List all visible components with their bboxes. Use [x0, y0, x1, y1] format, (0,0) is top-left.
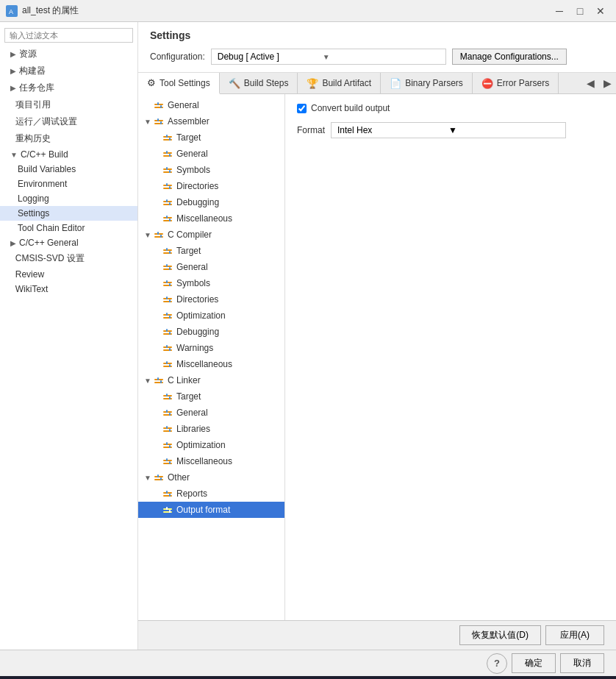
- tree-item-asm-target[interactable]: Target: [138, 129, 284, 146]
- sidebar-item-resources[interactable]: ▶资源: [0, 46, 137, 63]
- sidebar-item-cmsis-svd[interactable]: CMSIS-SVD 设置: [0, 250, 137, 267]
- tree-label: Directories: [176, 181, 218, 191]
- sidebar-item-history[interactable]: 重构历史: [0, 130, 137, 147]
- tab-error-parsers[interactable]: ⛔Error Parsers: [473, 73, 559, 93]
- manage-configurations-button[interactable]: Manage Configurations...: [452, 49, 567, 65]
- tree-item-cl-target[interactable]: Target: [138, 388, 284, 405]
- sidebar-item-build-vars[interactable]: Build Variables: [0, 162, 137, 177]
- tabs-scroll-left-button[interactable]: ◀: [582, 74, 599, 92]
- tree-item-general-top[interactable]: General: [138, 97, 284, 113]
- svg-rect-27: [163, 204, 172, 205]
- bottom-bar: 恢复默认值(D) 应用(A): [138, 620, 616, 650]
- tab-binary-parsers[interactable]: 📄Binary Parsers: [381, 73, 473, 93]
- tab-build-steps[interactable]: 🔨Build Steps: [220, 73, 298, 93]
- tool-icon: [162, 488, 173, 500]
- svg-rect-9: [160, 121, 162, 124]
- tree-item-cc-symbols[interactable]: Symbols: [138, 275, 284, 291]
- chevron-down-icon: ▼: [448, 125, 559, 135]
- tree-item-asm-debugging[interactable]: Debugging: [138, 194, 284, 210]
- tool-settings-tab-icon: ⚙: [147, 77, 156, 88]
- sidebar-item-review[interactable]: Review: [0, 267, 137, 282]
- svg-rect-44: [166, 264, 168, 267]
- sidebar-item-cpp-build[interactable]: ▼C/C++ Build: [0, 147, 137, 162]
- cancel-button[interactable]: 取消: [560, 653, 604, 673]
- tree-item-cc-general[interactable]: General: [138, 259, 284, 275]
- tool-settings-tab-label: Tool Settings: [160, 78, 210, 88]
- sidebar-label: 构建器: [19, 65, 46, 77]
- tree-item-asm-misc[interactable]: Miscellaneous: [138, 210, 284, 227]
- tree-item-cc-target[interactable]: Target: [138, 243, 284, 259]
- confirm-button[interactable]: 确定: [512, 653, 556, 673]
- svg-rect-67: [163, 366, 172, 367]
- svg-rect-57: [169, 316, 171, 319]
- svg-rect-43: [163, 269, 172, 270]
- tab-tool-settings[interactable]: ⚙Tool Settings: [138, 73, 220, 94]
- tree-label: General: [176, 262, 208, 272]
- tool-icon: [162, 148, 173, 160]
- sidebar-item-run-debug[interactable]: 运行／调试设置: [0, 113, 137, 130]
- tool-icon: [162, 164, 173, 176]
- tree-item-c-compiler[interactable]: ▼ C Compiler: [138, 227, 284, 243]
- svg-rect-68: [166, 361, 168, 364]
- tree-item-other[interactable]: ▼ Other: [138, 469, 284, 486]
- help-button[interactable]: ?: [487, 653, 507, 674]
- sidebar-item-logging[interactable]: Logging: [0, 191, 137, 206]
- sidebar-item-environment[interactable]: Environment: [0, 177, 137, 191]
- maximize-button[interactable]: □: [570, 3, 590, 19]
- tabs-scroll-right-button[interactable]: ▶: [599, 74, 616, 92]
- tree-item-cc-warnings[interactable]: Warnings: [138, 340, 284, 356]
- tree-item-asm-general[interactable]: General: [138, 146, 284, 162]
- tree-item-cc-debugging[interactable]: Debugging: [138, 324, 284, 340]
- tree-item-cc-dirs[interactable]: Directories: [138, 291, 284, 307]
- svg-rect-55: [163, 317, 172, 319]
- tree-item-assembler[interactable]: ▼ Assembler: [138, 113, 284, 129]
- svg-rect-51: [163, 301, 172, 302]
- close-button[interactable]: ✕: [591, 3, 610, 19]
- sidebar-item-tasklist[interactable]: ▶任务仓库: [0, 79, 137, 96]
- tree-label: Debugging: [176, 197, 219, 207]
- tree-label: Target: [176, 132, 201, 143]
- tool-icon: [153, 472, 165, 483]
- svg-rect-15: [163, 155, 172, 157]
- tree-item-other-reports[interactable]: Reports: [138, 486, 284, 502]
- apply-button[interactable]: 应用(A): [545, 625, 604, 645]
- tree-item-cl-libraries[interactable]: Libraries: [138, 421, 284, 437]
- config-dropdown[interactable]: Debug [ Active ] ▼: [211, 49, 446, 65]
- sidebar-item-builder[interactable]: ▶构建器: [0, 63, 137, 79]
- tab-build-artifact[interactable]: 🏆Build Artifact: [298, 73, 381, 93]
- sidebar-search-input[interactable]: [4, 28, 133, 43]
- sidebar-item-toolchain-editor[interactable]: Tool Chain Editor: [0, 221, 137, 235]
- arrow-icon: ▼: [10, 151, 18, 159]
- tool-icon: [162, 423, 173, 435]
- window-controls: ─ □ ✕: [550, 3, 610, 19]
- binary-parsers-tab-icon: 📄: [390, 78, 401, 89]
- title-bar: A all_test 的属性 ─ □ ✕: [0, 0, 616, 22]
- error-parsers-tab-label: Error Parsers: [497, 78, 549, 88]
- svg-rect-33: [169, 218, 171, 221]
- sidebar-item-references[interactable]: 项目引用: [0, 96, 137, 113]
- tree-item-cc-optimization[interactable]: Optimization: [138, 307, 284, 324]
- sidebar-item-settings[interactable]: Settings: [0, 206, 137, 221]
- tree-item-cl-optimization[interactable]: Optimization: [138, 437, 284, 453]
- tree-item-cl-misc[interactable]: Miscellaneous: [138, 453, 284, 469]
- restore-defaults-button[interactable]: 恢复默认值(D): [459, 625, 541, 645]
- app-icon: A: [6, 5, 18, 17]
- sidebar-item-wikitext[interactable]: WikiText: [0, 282, 137, 296]
- tree-item-asm-symbols[interactable]: Symbols: [138, 162, 284, 178]
- tool-icon: [162, 132, 173, 143]
- sidebar-item-cpp-general[interactable]: ▶C/C++ General: [0, 235, 137, 250]
- tree-item-asm-dirs[interactable]: Directories: [138, 178, 284, 194]
- minimize-button[interactable]: ─: [550, 3, 569, 19]
- svg-rect-60: [166, 329, 168, 332]
- tree-label: Libraries: [176, 424, 210, 434]
- tree-item-cc-misc[interactable]: Miscellaneous: [138, 356, 284, 372]
- config-label: Configuration:: [150, 51, 205, 62]
- format-dropdown[interactable]: Intel Hex ▼: [331, 122, 566, 138]
- tree-item-c-linker[interactable]: ▼ C Linker: [138, 372, 284, 388]
- tree-arrow-icon: ▼: [143, 118, 153, 126]
- tool-icon: [162, 196, 173, 208]
- tree-item-cl-general[interactable]: General: [138, 405, 284, 421]
- tree-arrow-icon: ▼: [143, 377, 153, 385]
- tree-item-other-output[interactable]: Output format: [138, 502, 284, 518]
- convert-output-checkbox[interactable]: [297, 104, 307, 113]
